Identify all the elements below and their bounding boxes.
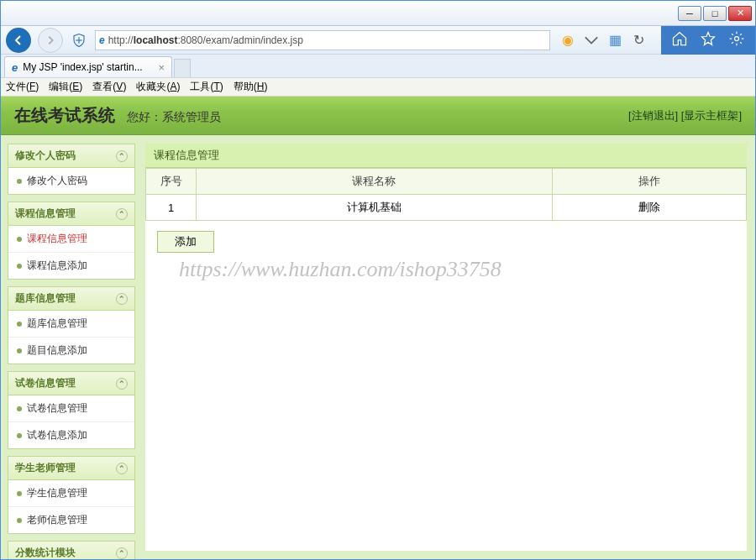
system-title: 在线考试系统 (14, 104, 115, 127)
sidebar-section: 试卷信息管理⌃试卷信息管理试卷信息添加 (8, 371, 135, 449)
sidebar-item-label: 课程信息添加 (27, 259, 87, 273)
menu-item[interactable]: 编辑(E) (49, 80, 82, 94)
page-content: 在线考试系统 您好：系统管理员 [注销退出] [显示主框架] 修改个人密码⌃修改… (1, 97, 755, 559)
collapse-icon[interactable]: ⌃ (116, 208, 128, 220)
tab-title: My JSP 'index.jsp' startin... (23, 61, 142, 73)
image-icon[interactable]: ▦ (607, 33, 622, 48)
menu-item[interactable]: 工具(T) (190, 80, 223, 94)
sidebar-section-header[interactable]: 分数统计模块⌃ (8, 542, 134, 559)
menu-item[interactable]: 文件(F) (6, 80, 39, 94)
sidebar-section-header[interactable]: 题库信息管理⌃ (8, 287, 134, 311)
url-prefix: http:// (108, 34, 134, 46)
bullet-icon (17, 179, 22, 184)
security-shield-icon[interactable] (70, 31, 88, 50)
course-table: 序号课程名称操作 1计算机基础删除 (145, 168, 747, 221)
sidebar-item-label: 试卷信息管理 (27, 401, 87, 416)
sidebar-section-title: 分数统计模块 (15, 546, 76, 559)
sidebar-item-label: 课程信息管理 (27, 232, 87, 246)
sidebar: 修改个人密码⌃修改个人密码课程信息管理⌃课程信息管理课程信息添加题库信息管理⌃题… (1, 135, 142, 559)
menu-item[interactable]: 查看(V) (92, 80, 126, 94)
sidebar-section-header[interactable]: 修改个人密码⌃ (8, 144, 134, 168)
sidebar-item[interactable]: 课程信息管理 (8, 226, 134, 253)
back-button[interactable] (6, 28, 31, 53)
sidebar-section: 修改个人密码⌃修改个人密码 (8, 144, 135, 195)
maximize-button[interactable]: □ (703, 6, 727, 21)
sidebar-item-label: 修改个人密码 (27, 174, 87, 188)
address-bar[interactable]: e http://localhost:8080/exam/admin/index… (95, 30, 550, 50)
tab-favicon-icon: e (12, 61, 18, 74)
table-row: 1计算机基础删除 (146, 195, 747, 221)
header-links: [注销退出] [显示主框架] (628, 108, 742, 123)
sidebar-section-header[interactable]: 试卷信息管理⌃ (8, 372, 134, 395)
show-main-link[interactable]: 显示主框架 (684, 109, 738, 122)
dropdown-icon[interactable] (584, 33, 599, 48)
sidebar-section-header[interactable]: 课程信息管理⌃ (8, 202, 134, 226)
browser-tab[interactable]: e My JSP 'index.jsp' startin... × (4, 56, 172, 77)
new-tab-button[interactable] (174, 59, 191, 77)
forward-button[interactable] (38, 28, 63, 53)
collapse-icon[interactable]: ⌃ (116, 463, 128, 474)
refresh-icon[interactable]: ↻ (631, 33, 646, 48)
favorites-star-icon[interactable] (700, 30, 717, 50)
menu-item[interactable]: 帮助(H) (234, 80, 268, 94)
navbar-right-icons: ◉ ▦ ↻ (557, 33, 649, 48)
home-icon[interactable] (671, 30, 688, 50)
sidebar-item-label: 题库信息管理 (27, 317, 87, 331)
url-port: :8080 (177, 34, 202, 46)
bullet-icon (17, 491, 22, 496)
sidebar-section: 分数统计模块⌃分数统计模块 (8, 541, 135, 559)
menubar: 文件(F)编辑(E)查看(V)收藏夹(A)工具(T)帮助(H) (1, 78, 755, 97)
sidebar-section-title: 试卷信息管理 (15, 376, 76, 390)
table-header-cell: 序号 (146, 169, 197, 195)
bullet-icon (17, 322, 22, 327)
collapse-icon[interactable]: ⌃ (116, 378, 128, 390)
navbar: e http://localhost:8080/exam/admin/index… (1, 26, 755, 55)
sidebar-item[interactable]: 课程信息添加 (8, 253, 134, 279)
collapse-icon[interactable]: ⌃ (116, 150, 128, 162)
sidebar-item[interactable]: 试卷信息添加 (8, 422, 134, 448)
close-window-button[interactable]: ✕ (728, 6, 752, 21)
svg-point-0 (735, 36, 739, 40)
sidebar-item-label: 试卷信息添加 (27, 428, 87, 442)
sidebar-item[interactable]: 题库信息管理 (8, 311, 134, 338)
bullet-icon (17, 237, 22, 242)
panel-title: 课程信息管理 (145, 144, 747, 168)
sidebar-item[interactable]: 学生信息管理 (8, 480, 134, 507)
table-cell: 计算机基础 (197, 195, 553, 221)
app-header: 在线考试系统 您好：系统管理员 [注销退出] [显示主框架] (1, 97, 755, 135)
titlebar: ─ □ ✕ (1, 1, 755, 26)
collapse-icon[interactable]: ⌃ (116, 547, 128, 559)
menu-item[interactable]: 收藏夹(A) (136, 80, 180, 94)
sidebar-section-title: 学生老师管理 (15, 461, 76, 475)
sidebar-item[interactable]: 题目信息添加 (8, 338, 134, 364)
collapse-icon[interactable]: ⌃ (116, 293, 128, 305)
sidebar-item[interactable]: 老师信息管理 (8, 507, 134, 533)
add-button[interactable]: 添加 (157, 231, 214, 253)
url-host: localhost (134, 34, 178, 46)
greeting: 您好：系统管理员 (127, 110, 221, 125)
sidebar-item-label: 老师信息管理 (27, 513, 87, 527)
sidebar-section-header[interactable]: 学生老师管理⌃ (8, 457, 134, 480)
logout-link[interactable]: 注销退出 (632, 109, 675, 122)
sidebar-item[interactable]: 试卷信息管理 (8, 395, 134, 422)
table-header-cell: 课程名称 (197, 169, 553, 195)
bing-icon[interactable]: ◉ (560, 33, 575, 48)
bullet-icon (17, 348, 22, 353)
tab-close-icon[interactable]: × (158, 61, 165, 74)
delete-action[interactable]: 删除 (552, 195, 746, 221)
sidebar-section: 课程信息管理⌃课程信息管理课程信息添加 (8, 201, 135, 280)
settings-gear-icon[interactable] (728, 30, 745, 50)
sidebar-item[interactable]: 修改个人密码 (8, 168, 134, 194)
bullet-icon (17, 518, 22, 523)
table-header-cell: 操作 (552, 169, 746, 195)
bullet-icon (17, 406, 22, 411)
sidebar-section: 学生老师管理⌃学生信息管理老师信息管理 (8, 456, 135, 534)
sidebar-section-title: 修改个人密码 (15, 149, 76, 163)
sidebar-section: 题库信息管理⌃题库信息管理题目信息添加 (8, 286, 135, 364)
sidebar-section-title: 课程信息管理 (15, 207, 76, 221)
tabbar: e My JSP 'index.jsp' startin... × (1, 55, 755, 78)
minimize-button[interactable]: ─ (678, 6, 701, 21)
sidebar-item-label: 题目信息添加 (27, 343, 87, 358)
main-panel: 课程信息管理 序号课程名称操作 1计算机基础删除 添加 https://www.… (145, 144, 747, 551)
table-cell: 1 (146, 195, 197, 221)
